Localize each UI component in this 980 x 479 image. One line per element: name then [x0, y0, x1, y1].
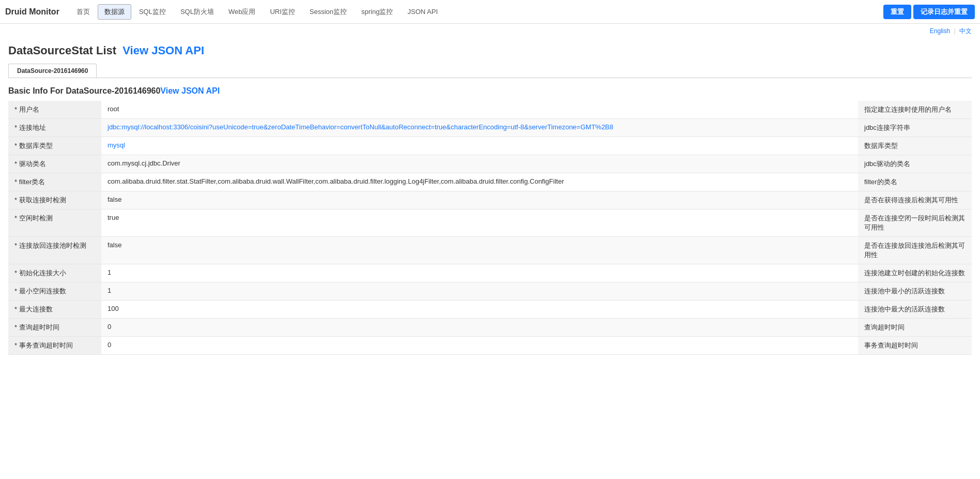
row-value: 100	[101, 301, 858, 319]
row-desc: jdbc连接字符串	[858, 119, 972, 137]
row-value: 1	[101, 264, 858, 282]
row-desc: 是否在获得连接后检测其可用性	[858, 191, 972, 209]
row-value: 0	[101, 337, 858, 355]
table-row: * 获取连接时检测false是否在获得连接后检测其可用性	[8, 191, 972, 209]
row-label: * 空闲时检测	[8, 209, 101, 237]
row-value: com.mysql.cj.jdbc.Driver	[101, 155, 858, 173]
row-label: * 最小空闲连接数	[8, 282, 101, 301]
lang-english[interactable]: English	[930, 27, 950, 35]
nav-item-web-app[interactable]: Web应用	[222, 4, 263, 20]
tabs: DataSource-2016146960	[8, 64, 972, 78]
page-title: DataSourceStat List View JSON API	[8, 44, 972, 57]
nav-items: 首页 数据源 SQL监控 SQL防火墙 Web应用 URI监控 Session监…	[70, 4, 881, 20]
table-row: * 连接地址jdbc:mysql://localhost:3306/coisin…	[8, 119, 972, 137]
row-value: com.alibaba.druid.filter.stat.StatFilter…	[101, 173, 858, 191]
row-value: 1	[101, 282, 858, 301]
row-label: * 查询超时时间	[8, 319, 101, 337]
row-desc: 是否在连接放回连接池后检测其可用性	[858, 237, 972, 264]
row-label: * 连接放回连接池时检测	[8, 237, 101, 264]
row-desc: 数据库类型	[858, 137, 972, 155]
row-label: * 驱动类名	[8, 155, 101, 173]
row-value: false	[101, 237, 858, 264]
row-desc: 连接池中最大的活跃连接数	[858, 301, 972, 319]
row-label: * 数据库类型	[8, 137, 101, 155]
row-value: mysql	[101, 137, 858, 155]
page-title-static: DataSourceStat List	[8, 44, 116, 57]
nav-item-session-monitor[interactable]: Session监控	[303, 4, 354, 20]
nav-item-uri-monitor[interactable]: URI监控	[263, 4, 301, 20]
nav-item-sql-firewall[interactable]: SQL防火墙	[174, 4, 221, 20]
table-row: * 数据库类型mysql数据库类型	[8, 137, 972, 155]
row-label: * 事务查询超时时间	[8, 337, 101, 355]
table-row: * 驱动类名com.mysql.cj.jdbc.Driverjdbc驱动的类名	[8, 155, 972, 173]
row-value: jdbc:mysql://localhost:3306/coisini?useU…	[101, 119, 858, 137]
row-desc: 事务查询超时时间	[858, 337, 972, 355]
table-row: * 事务查询超时时间0事务查询超时时间	[8, 337, 972, 355]
nav-item-sql-monitor[interactable]: SQL监控	[132, 4, 173, 20]
info-table: * 用户名root指定建立连接时使用的用户名* 连接地址jdbc:mysql:/…	[8, 101, 972, 355]
row-value: root	[101, 101, 858, 119]
section-title-static: Basic Info For DataSource-2016146960	[8, 86, 160, 95]
lang-chinese[interactable]: 中文	[959, 27, 972, 35]
section-title-link[interactable]: View JSON API	[160, 86, 220, 95]
row-label: * 最大连接数	[8, 301, 101, 319]
section-title: Basic Info For DataSource-2016146960View…	[8, 86, 972, 96]
row-value: false	[101, 191, 858, 209]
nav-item-json-api[interactable]: JSON API	[401, 5, 445, 19]
table-row: * 最小空闲连接数1连接池中最小的活跃连接数	[8, 282, 972, 301]
navbar: Druid Monitor 首页 数据源 SQL监控 SQL防火墙 Web应用 …	[0, 0, 980, 24]
row-desc: 连接池建立时创建的初始化连接数	[858, 264, 972, 282]
table-row: * 连接放回连接池时检测false是否在连接放回连接池后检测其可用性	[8, 237, 972, 264]
row-label: * 初始化连接大小	[8, 264, 101, 282]
table-row: * 初始化连接大小1连接池建立时创建的初始化连接数	[8, 264, 972, 282]
row-desc: 连接池中最小的活跃连接数	[858, 282, 972, 301]
row-desc: 查询超时时间	[858, 319, 972, 337]
lang-bar: English | 中文	[0, 24, 980, 39]
nav-item-home[interactable]: 首页	[70, 4, 97, 20]
nav-item-datasource[interactable]: 数据源	[98, 4, 131, 20]
table-row: * 用户名root指定建立连接时使用的用户名	[8, 101, 972, 119]
row-label: * 连接地址	[8, 119, 101, 137]
nav-item-spring-monitor[interactable]: spring监控	[355, 4, 400, 20]
row-desc: jdbc驱动的类名	[858, 155, 972, 173]
row-label: * 用户名	[8, 101, 101, 119]
table-row: * 查询超时时间0查询超时时间	[8, 319, 972, 337]
table-row: * filter类名com.alibaba.druid.filter.stat.…	[8, 173, 972, 191]
table-row: * 空闲时检测true是否在连接空闭一段时间后检测其可用性	[8, 209, 972, 237]
row-value: 0	[101, 319, 858, 337]
lang-separator: |	[954, 27, 956, 35]
row-desc: 是否在连接空闭一段时间后检测其可用性	[858, 209, 972, 237]
row-desc: 指定建立连接时使用的用户名	[858, 101, 972, 119]
row-value: true	[101, 209, 858, 237]
row-label: * 获取连接时检测	[8, 191, 101, 209]
tab-datasource[interactable]: DataSource-2016146960	[8, 64, 97, 78]
page-title-link[interactable]: View JSON API	[122, 44, 204, 57]
table-row: * 最大连接数100连接池中最大的活跃连接数	[8, 301, 972, 319]
main-content: DataSourceStat List View JSON API DataSo…	[0, 39, 980, 360]
log-reset-button[interactable]: 记录日志并重置	[913, 5, 975, 19]
reset-button[interactable]: 重置	[883, 5, 911, 19]
row-desc: filter的类名	[858, 173, 972, 191]
brand: Druid Monitor	[5, 7, 59, 17]
row-label: * filter类名	[8, 173, 101, 191]
